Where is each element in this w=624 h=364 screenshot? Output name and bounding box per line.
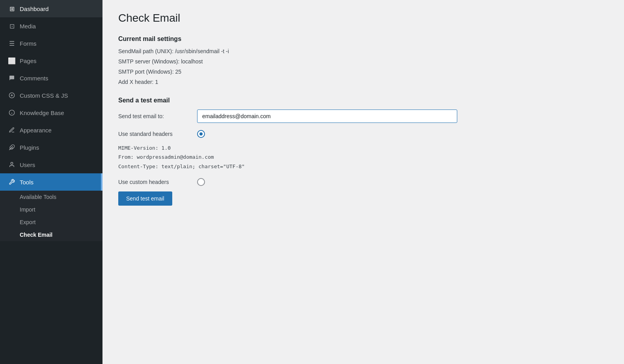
sidebar-item-appearance[interactable]: Appearance	[0, 121, 102, 139]
send-test-email-section: Send a test email Send test email to: Us…	[118, 97, 608, 206]
sidebar-item-media[interactable]: ⊡ Media	[0, 17, 102, 35]
standard-headers-row: Use standard headers	[118, 130, 608, 138]
sidebar-item-plugins[interactable]: Plugins	[0, 139, 102, 156]
mime-version: MIME-Version: 1.0	[118, 143, 608, 152]
sidebar-item-tools[interactable]: Tools	[0, 173, 102, 191]
send-test-email-button[interactable]: Send test email	[118, 191, 172, 206]
main-content: Check Email Current mail settings SendMa…	[102, 0, 624, 364]
sidebar-item-custom-css-js[interactable]: Custom CSS & JS	[0, 87, 102, 104]
sidebar-item-pages[interactable]: ⬜ Pages	[0, 52, 102, 69]
mime-headers-block: MIME-Version: 1.0 From: wordpressadmin@d…	[118, 143, 608, 171]
custom-headers-radio[interactable]	[197, 178, 205, 186]
add-x-header: Add X header: 1	[118, 79, 608, 85]
pages-icon: ⬜	[8, 57, 16, 65]
custom-css-js-icon	[8, 91, 16, 99]
comments-icon	[8, 74, 16, 82]
sendmail-path: SendMail path (UNIX): /usr/sbin/sendmail…	[118, 48, 608, 54]
send-to-label: Send test email to:	[118, 113, 189, 119]
svg-point-8	[11, 162, 13, 164]
smtp-server: SMTP server (Windows): localhost	[118, 58, 608, 65]
forms-icon: ☰	[8, 39, 16, 47]
users-icon	[8, 161, 16, 169]
submenu-check-email[interactable]: Check Email	[0, 228, 102, 241]
send-to-input[interactable]	[197, 110, 457, 123]
sidebar-item-comments[interactable]: Comments	[0, 69, 102, 87]
standard-headers-label: Use standard headers	[118, 131, 189, 137]
sidebar-item-knowledge-base[interactable]: Knowledge Base	[0, 104, 102, 121]
dashboard-icon: ⊞	[8, 5, 16, 13]
from-address: From: wordpressadmin@domain.com	[118, 152, 608, 162]
submenu-import[interactable]: Import	[0, 203, 102, 216]
standard-headers-radio[interactable]	[197, 130, 205, 138]
send-test-email-heading: Send a test email	[118, 97, 608, 104]
content-type: Content-Type: text/plain; charset="UTF-8…	[118, 162, 608, 171]
smtp-port: SMTP port (Windows): 25	[118, 69, 608, 75]
page-title: Check Email	[118, 12, 608, 24]
media-icon: ⊡	[8, 22, 16, 30]
sidebar-item-dashboard[interactable]: ⊞ Dashboard	[0, 0, 102, 17]
tools-submenu: Available Tools Import Export Check Emai…	[0, 191, 102, 241]
custom-headers-label: Use custom headers	[118, 179, 189, 185]
sidebar-item-users[interactable]: Users	[0, 156, 102, 173]
plugins-icon	[8, 143, 16, 151]
custom-headers-row: Use custom headers	[118, 178, 608, 186]
knowledge-base-icon	[8, 109, 16, 117]
sidebar: ⊞ Dashboard ⊡ Media ☰ Forms ⬜ Pages Comm…	[0, 0, 102, 364]
submenu-export[interactable]: Export	[0, 216, 102, 228]
current-mail-settings-heading: Current mail settings	[118, 35, 608, 43]
appearance-icon	[8, 126, 16, 134]
send-to-row: Send test email to:	[118, 110, 608, 123]
current-mail-settings-section: Current mail settings SendMail path (UNI…	[118, 35, 608, 85]
submenu-available-tools[interactable]: Available Tools	[0, 191, 102, 203]
tools-icon	[8, 178, 16, 186]
sidebar-item-forms[interactable]: ☰ Forms	[0, 35, 102, 52]
